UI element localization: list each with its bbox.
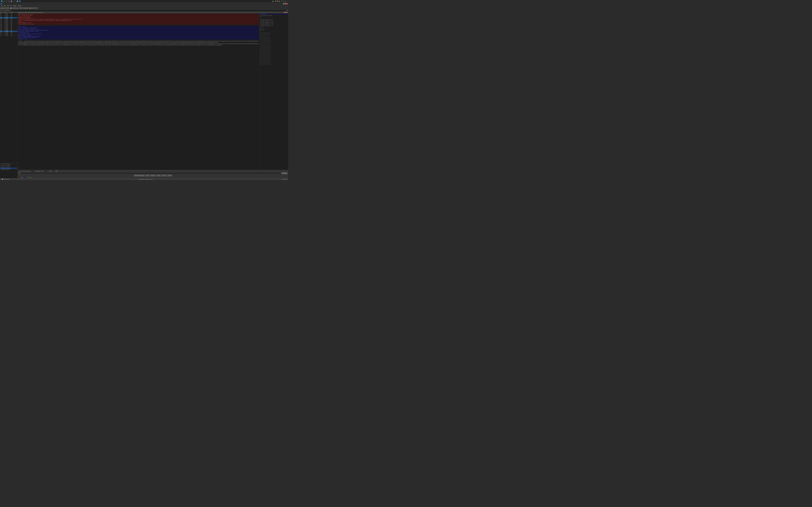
toolbar-save[interactable]: 💾 xyxy=(10,7,12,9)
taskbar-button3[interactable]: ● xyxy=(8,0,10,2)
pkt-no: 320 xyxy=(0,18,4,20)
pkt-src: 192. xyxy=(10,14,17,16)
filter-out-button[interactable]: Filter Out This Stream xyxy=(134,174,145,176)
detail-item-tcp[interactable]: ▼ Transmission Control Pro xyxy=(0,168,17,169)
pkt-src: 192. xyxy=(10,22,17,24)
print-button[interactable]: Print xyxy=(146,174,150,176)
taskbar-button1[interactable] xyxy=(3,0,5,2)
detail-item-frame[interactable]: ▶ Frame 319: 472 bytes on w xyxy=(0,163,17,165)
pkt-no: 328 xyxy=(0,30,4,31)
app-icon-shark[interactable]: 🦈 xyxy=(1,0,3,2)
taskbar-wireshark-icon[interactable]: W xyxy=(19,0,20,2)
toolbar-find[interactable]: 🔍 xyxy=(19,7,21,9)
taskbar-num2: 2 xyxy=(14,1,14,2)
toolbar-go-to[interactable]: → xyxy=(21,7,24,9)
toolbar-print[interactable]: 🖨 xyxy=(16,7,18,9)
conversation-dropdown[interactable]: Entire conversation (9332 bytes) xyxy=(18,170,35,172)
toolbar-zoom-fit[interactable]: ↔ xyxy=(36,7,38,9)
wireshark-app-icon: W xyxy=(1,3,2,4)
detail-item-ip[interactable]: ▶ Internet Protocol Version xyxy=(0,166,17,168)
stream-number-input[interactable] xyxy=(52,170,55,172)
pkt-no: 318 xyxy=(0,16,4,17)
help-button[interactable]: ? Help xyxy=(167,174,172,176)
taskbar-monitor-icon[interactable]: ⬜ xyxy=(16,0,18,2)
menu-go[interactable]: Go xyxy=(10,5,12,7)
toolbar-reload[interactable]: ↺ xyxy=(14,7,16,9)
toolbar-next[interactable]: ▶ xyxy=(26,7,28,9)
save-as-button[interactable]: Save as... xyxy=(150,174,156,176)
toolbar-start-capture[interactable]: ▶ xyxy=(0,7,2,9)
pkt-time: 7.523990 xyxy=(4,34,10,35)
toolbar-colorize[interactable]: 🎨 xyxy=(29,7,31,9)
toolbar-close[interactable]: ✕ xyxy=(12,7,14,9)
expand-icon: ▶ xyxy=(0,165,1,166)
profile-info: Profile: Default xyxy=(282,179,288,180)
menu-view[interactable]: View xyxy=(6,5,10,7)
filter-bookmark-icon: 🔖 xyxy=(0,10,1,11)
lock-icon: 🔒 xyxy=(285,1,286,2)
pkt-src: 192. xyxy=(10,17,17,18)
maximize-button[interactable] xyxy=(285,3,286,4)
pkt-no: 319 xyxy=(0,17,4,18)
find-next-button[interactable]: Find Next xyxy=(282,172,288,174)
pkt-time: 7.502381 xyxy=(4,17,10,18)
pkt-time: 7.500735 xyxy=(4,14,10,16)
toolbar-zoom-out[interactable]: - xyxy=(34,7,36,9)
toolbar-restart-capture[interactable]: ↺ xyxy=(5,7,7,9)
minimize-button[interactable] xyxy=(283,3,284,4)
pkt-time: 7.515859 xyxy=(4,32,10,34)
table-row[interactable]: 332 7.526417 192. xyxy=(0,35,17,36)
expand-icon: ▼ xyxy=(0,168,1,169)
menu-capture[interactable]: Capture xyxy=(12,5,17,7)
system-time: 13:13 xyxy=(281,1,284,2)
toolbar-stop-capture[interactable]: ■ xyxy=(3,7,5,9)
stream-spin-down[interactable]: ▼ xyxy=(55,171,56,172)
taskbar-chrome-icon[interactable] xyxy=(11,0,12,2)
detail-tcp-label: Transmission Control Pro xyxy=(1,168,11,169)
toolbar-zoom-in[interactable]: + xyxy=(31,7,33,9)
server-indicator: server xyxy=(24,177,27,178)
filter-apply-icon[interactable]: ▶ xyxy=(287,10,288,11)
display-filter-input[interactable] xyxy=(2,10,286,11)
menu-analyze[interactable]: Analyze xyxy=(17,5,22,7)
pkt-time: 7.505365 xyxy=(4,24,10,25)
stream-content-area[interactable]: GET /freediscordnitro HTTP/1.1 Host: 192… xyxy=(17,13,259,170)
toolbar-open-file[interactable]: ⚙ xyxy=(7,7,9,9)
pkt-src: 192. xyxy=(10,20,17,21)
pkt-time: 7.526417 xyxy=(4,35,10,36)
expand-icon: ▶ xyxy=(0,164,1,164)
back-button[interactable]: Back xyxy=(157,174,161,176)
detail-ethernet-label: Ethernet II, Src: VMware xyxy=(1,165,10,166)
stream-label: Stream xyxy=(49,171,52,172)
detail-item-ethernet[interactable]: ▶ Ethernet II, Src: VMware xyxy=(0,165,17,166)
show-data-label: Show data as xyxy=(36,171,41,172)
detail-item-http[interactable]: ▶ Hypertext Transfer Proto xyxy=(0,169,17,170)
close-button[interactable] xyxy=(286,3,288,4)
taskbar-num1: 1 xyxy=(13,1,13,2)
menu-file[interactable]: File xyxy=(0,5,3,7)
table-row[interactable]: → 328 7.515828 192. xyxy=(0,30,17,31)
find-label: Find: xyxy=(18,173,20,174)
taskbar-num3: 3 xyxy=(14,1,15,2)
menu-edit[interactable]: Edit xyxy=(3,5,6,7)
pkt-time: 7.500774 xyxy=(4,16,10,17)
col-header-no: No. xyxy=(0,12,4,13)
filter-clear-icon[interactable]: ✕ xyxy=(286,10,287,11)
show-data-dropdown[interactable]: ASCII xyxy=(41,170,48,172)
close-button-stream[interactable]: × Close xyxy=(161,174,167,176)
stream-dialog-close[interactable]: ✕ xyxy=(287,12,288,13)
stream-dialog-minimize[interactable] xyxy=(284,12,285,13)
pkt-no: 322 xyxy=(0,21,4,22)
stream-request-line: Accept-Encoding: gzip, deflate xyxy=(18,23,259,25)
battery-icon xyxy=(279,1,281,1)
toolbar-prev[interactable]: ◀ xyxy=(24,7,26,9)
taskbar-button2[interactable] xyxy=(6,0,7,2)
pkt-time: 7.515828 xyxy=(4,31,10,32)
pkt-time: 7.505365 xyxy=(4,25,10,26)
pkt-time: 7.505365 xyxy=(4,20,10,21)
find-input[interactable] xyxy=(21,172,281,174)
signal-icon xyxy=(271,1,274,2)
pkt-no: 330 xyxy=(0,32,4,34)
stream-dialog-maximize[interactable] xyxy=(285,12,286,13)
stream-dialog-titlebar: Wireshark · Follow HTTP Stream (tcp.stre… xyxy=(17,12,288,13)
